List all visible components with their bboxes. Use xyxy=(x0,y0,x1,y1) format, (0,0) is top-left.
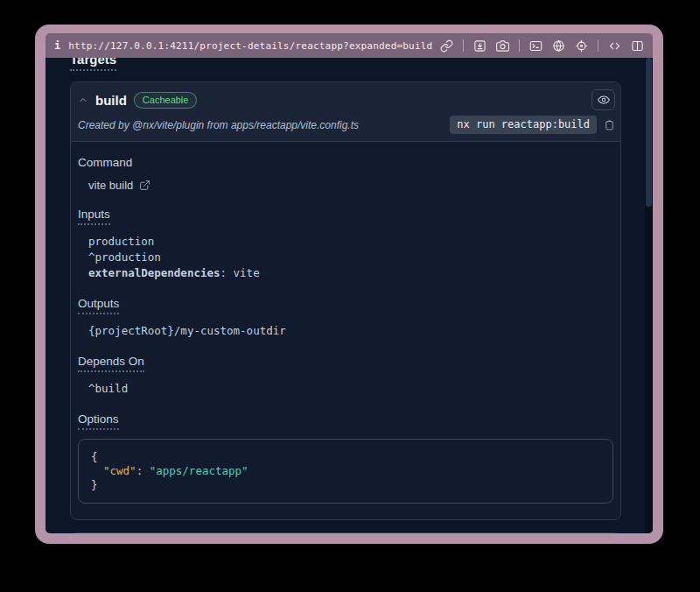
screenshot-stage: i http://127.0.0.1:4211/project-details/… xyxy=(0,0,700,592)
json-cwd-line: "cwd": "apps/reactapp" xyxy=(91,464,600,478)
inputs-label: Inputs xyxy=(78,208,110,225)
cacheable-badge: Cacheable xyxy=(134,92,198,109)
build-card-body: Command vite build xyxy=(71,142,620,519)
run-command-chip[interactable]: nx run reactapp:build xyxy=(450,116,597,134)
chevron-up-icon[interactable] xyxy=(78,95,88,105)
input-item: externalDependencies: vite xyxy=(88,265,613,281)
inputs-section: Inputs production ^production externalDe… xyxy=(78,206,613,281)
target-card-serve: serve vite serve xyxy=(70,532,621,533)
options-label: Options xyxy=(78,412,119,430)
input-item: production xyxy=(88,234,613,250)
created-by-text: Created by @nx/vite/plugin from apps/rea… xyxy=(78,119,359,131)
depends-on-label: Depends On xyxy=(78,355,144,372)
toolbar-separator xyxy=(519,39,520,52)
page-viewport: Targets build Cacheable xyxy=(46,58,653,533)
copy-icon xyxy=(604,119,615,131)
link-icon[interactable] xyxy=(440,39,453,53)
target-card-build: build Cacheable Created by @nx/vite/plug… xyxy=(70,81,621,520)
eye-icon xyxy=(598,94,610,106)
targets-heading: Targets xyxy=(70,58,116,71)
scrollbar-thumb[interactable] xyxy=(646,58,652,207)
options-section: Options { "cwd": "apps/reactapp" } xyxy=(78,411,613,504)
toolbar-actions xyxy=(440,39,644,53)
command-value: vite build xyxy=(88,179,133,192)
depends-on-item: ^build xyxy=(88,381,613,397)
code-icon[interactable] xyxy=(608,39,621,53)
output-item: {projectRoot}/my-custom-outdir xyxy=(88,323,613,339)
browser-toolbar: i http://127.0.0.1:4211/project-details/… xyxy=(46,33,653,58)
toolbar-separator xyxy=(463,39,464,52)
project-details-content: Targets build Cacheable xyxy=(46,58,645,533)
toolbar-separator xyxy=(598,39,598,52)
input-item: ^production xyxy=(88,250,613,265)
split-view-icon[interactable] xyxy=(631,39,644,53)
target-icon[interactable] xyxy=(575,39,588,53)
json-close-brace: } xyxy=(91,478,600,492)
terminal-icon[interactable] xyxy=(529,39,542,53)
options-json-block: { "cwd": "apps/reactapp" } xyxy=(78,439,613,504)
external-link-icon[interactable] xyxy=(139,180,150,191)
copy-command-button[interactable] xyxy=(604,119,615,131)
browser-window: i http://127.0.0.1:4211/project-details/… xyxy=(35,25,663,544)
build-card-header: build Cacheable Created by @nx/vite/plug… xyxy=(71,82,620,142)
command-label: Command xyxy=(78,156,132,169)
command-section: Command vite build xyxy=(78,154,613,192)
camera-icon[interactable] xyxy=(496,39,509,53)
json-open-brace: { xyxy=(91,450,600,464)
target-name-build[interactable]: build xyxy=(95,93,127,108)
info-icon[interactable]: i xyxy=(54,39,60,52)
outputs-section: Outputs {projectRoot}/my-custom-outdir xyxy=(78,295,613,339)
depends-on-section: Depends On ^build xyxy=(78,353,613,397)
url-bar[interactable]: http://127.0.0.1:4211/project-details/re… xyxy=(68,40,432,52)
download-icon[interactable] xyxy=(473,39,486,53)
globe-icon[interactable] xyxy=(552,39,565,53)
scrollbar[interactable] xyxy=(645,58,653,533)
view-in-graph-button[interactable] xyxy=(592,89,615,110)
outputs-label: Outputs xyxy=(78,297,119,314)
